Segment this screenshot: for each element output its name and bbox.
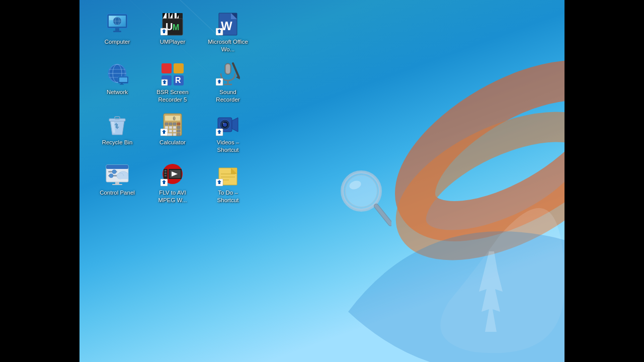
svg-rect-46 xyxy=(162,63,172,73)
bsr-icon-img: R xyxy=(160,62,185,86)
svg-rect-73 xyxy=(169,130,172,132)
soundrecorder-icon-img xyxy=(216,62,240,86)
svg-rect-67 xyxy=(177,123,180,125)
controlpanel-icon-img xyxy=(105,163,129,187)
umplayer-label: UMPlayer xyxy=(160,38,185,46)
black-bar-left xyxy=(0,0,79,362)
flvtoavi-label: FLV to AVI MPEG W... xyxy=(152,189,193,204)
icon-calculator[interactable]: 0 xyxy=(150,111,195,156)
computer-label: Computer xyxy=(105,38,130,46)
controlpanel-label: Control Panel xyxy=(100,189,135,197)
umplayer-icon-img: U M xyxy=(160,12,185,36)
icon-videos[interactable]: Videos – Shortcut xyxy=(205,111,251,156)
svg-rect-68 xyxy=(165,126,168,129)
svg-rect-45 xyxy=(120,84,124,85)
icon-recyclebin[interactable]: Recycle Bin xyxy=(95,111,140,156)
svg-point-84 xyxy=(223,122,224,124)
svg-rect-74 xyxy=(173,130,176,132)
svg-line-10 xyxy=(376,206,390,224)
videos-icon-img xyxy=(216,113,240,137)
magnifying-glass xyxy=(336,166,391,231)
svg-rect-77 xyxy=(173,133,176,136)
svg-rect-75 xyxy=(177,130,180,132)
svg-point-7 xyxy=(345,175,377,207)
icon-flvtoavi[interactable]: FLV to AVI MPEG W... xyxy=(150,161,195,206)
computer-icon-img xyxy=(105,12,129,36)
svg-point-92 xyxy=(109,173,113,177)
desktop: Computer xyxy=(0,0,644,362)
svg-rect-60 xyxy=(115,117,120,119)
network-icon-img xyxy=(105,62,129,86)
svg-rect-97 xyxy=(112,184,122,185)
svg-rect-66 xyxy=(173,123,176,125)
svg-rect-70 xyxy=(173,126,176,129)
svg-rect-69 xyxy=(169,126,172,129)
todo-icon-img xyxy=(216,163,240,187)
flvtoavi-icon-img xyxy=(160,163,185,187)
svg-rect-78 xyxy=(177,133,180,136)
bsr-label: BSR Screen Recorder 5 xyxy=(152,88,193,104)
calculator-label: Calculator xyxy=(159,139,186,146)
svg-rect-101 xyxy=(165,172,167,174)
icon-umplayer[interactable]: U M UMPlayer xyxy=(150,10,195,55)
desktop-area: Computer xyxy=(79,0,565,362)
svg-rect-64 xyxy=(165,123,168,125)
svg-rect-44 xyxy=(121,83,123,84)
icon-bsr[interactable]: R BSR Screen Recorder 5 xyxy=(150,60,195,106)
svg-rect-96 xyxy=(115,182,119,184)
todo-label: To Do – Shortcut xyxy=(207,189,249,204)
svg-rect-15 xyxy=(115,28,119,31)
recyclebin-label: Recycle Bin xyxy=(102,139,133,146)
calculator-icon-img: 0 xyxy=(160,113,185,137)
svg-rect-47 xyxy=(174,63,184,73)
network-label: Network xyxy=(107,88,128,96)
svg-rect-65 xyxy=(169,123,172,125)
icon-soundrecorder[interactable]: Sound Recorder xyxy=(205,60,251,106)
msword-icon-img: W xyxy=(216,12,240,36)
svg-rect-71 xyxy=(177,126,180,129)
svg-rect-16 xyxy=(113,31,121,32)
icon-computer[interactable]: Computer xyxy=(95,10,140,55)
icon-controlpanel[interactable]: Control Panel xyxy=(95,161,140,206)
black-bar-right xyxy=(565,0,644,362)
icon-msword[interactable]: W Microsoft Office Wo... xyxy=(205,10,251,55)
svg-text:R: R xyxy=(175,76,181,84)
svg-rect-95 xyxy=(118,176,128,179)
svg-text:M: M xyxy=(173,23,179,32)
icons-grid: Computer xyxy=(90,5,261,211)
svg-marker-85 xyxy=(232,118,238,132)
recyclebin-icon-img xyxy=(105,113,129,137)
svg-rect-88 xyxy=(106,165,128,169)
soundrecorder-label: Sound Recorder xyxy=(207,88,249,104)
svg-rect-43 xyxy=(119,77,127,82)
svg-rect-102 xyxy=(165,175,167,176)
svg-text:0: 0 xyxy=(173,116,176,121)
svg-line-56 xyxy=(233,63,239,77)
svg-rect-53 xyxy=(226,64,230,73)
icon-network[interactable]: Network xyxy=(95,60,140,106)
icon-todo[interactable]: To Do – Shortcut xyxy=(205,161,251,206)
svg-rect-100 xyxy=(165,170,167,171)
svg-point-90 xyxy=(112,169,116,173)
msword-label: Microsoft Office Wo... xyxy=(207,38,249,53)
videos-label: Videos – Shortcut xyxy=(207,139,249,154)
